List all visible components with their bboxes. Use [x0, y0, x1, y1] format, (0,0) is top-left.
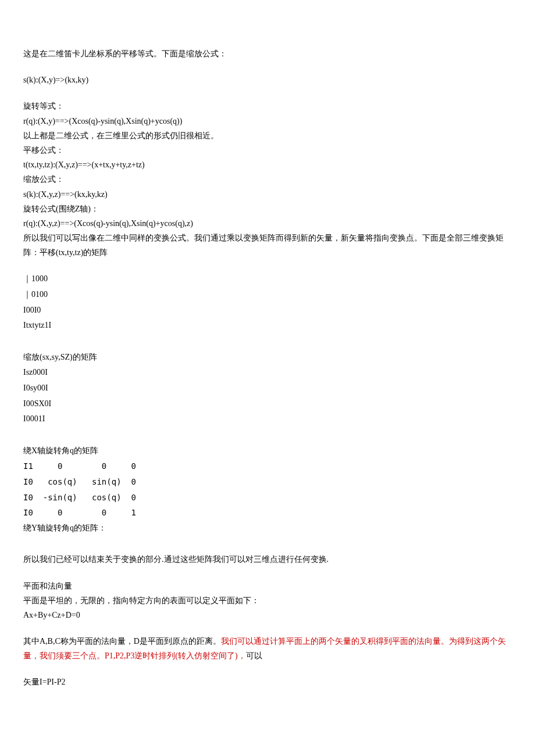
- matrix-row: I00I0: [23, 303, 512, 318]
- formula-vector-i: 矢量I=PI-P2: [23, 675, 512, 689]
- matrix-row: I00SX0I: [23, 396, 512, 412]
- formula-plane-equation: Ax+By+Cz+D=0: [23, 608, 512, 622]
- label-rotate-z: 旋转公式(围绕Z轴)：: [23, 202, 512, 216]
- matrix-row: ｜1000: [23, 271, 512, 287]
- matrix-row: I1 0 0 0: [23, 458, 512, 474]
- heading-plane-normal: 平面和法向量: [23, 579, 512, 593]
- matrix-row: I0sy00I: [23, 381, 512, 396]
- label-translate: 平移公式：: [23, 143, 512, 157]
- text-transform-conclusion: 所以我们已经可以结束关于变换的部分.通过这些矩阵我们可以对三维点进行任何变换.: [23, 552, 512, 567]
- matrix-row: Itxtytz1I: [23, 318, 512, 334]
- formula-rotation-2d: r(q):(X,y)==>(Xcos(q)-ysin(q),Xsin(q)+yc…: [23, 114, 512, 128]
- matrix-rotate-x-block: 绕X轴旋转角q的矩阵 I1 0 0 0 I0 cos(q) sin(q) 0 I…: [23, 443, 512, 536]
- matrix-row: I0 0 0 1: [23, 505, 512, 521]
- text-keyi: 可以: [246, 651, 262, 660]
- text-plane-definition: 平面是平坦的，无限的，指向特定方向的表面可以定义平面如下：: [23, 593, 512, 608]
- formula-rotate-z: r(q):(X,y,z)==>(Xcos(q)-ysin(q),Xsin(q)+…: [23, 216, 512, 231]
- matrix-row: I0 cos(q) sin(q) 0: [23, 474, 512, 490]
- matrix-scale-block: 缩放(sx,sy,SZ)的矩阵 Isz000I I0sy00I I00SX0I …: [23, 350, 512, 427]
- matrix-row: Isz000I: [23, 365, 512, 381]
- label-rotation: 旋转等式：: [23, 99, 512, 113]
- label-scale: 缩放公式：: [23, 172, 512, 187]
- formula-scale-2d: s(k):(X,y)=>(kx,ky): [23, 73, 512, 87]
- text-matrix-intro: 所以我们可以写出像在二维中同样的变换公式。我们通过乘以变换矩阵而得到新的矢量，新…: [23, 231, 512, 260]
- text-abc-normal: 其中A,B,C称为平面的法向量，D是平面到原点的距离。: [23, 637, 221, 646]
- label-scale-matrix: 缩放(sx,sy,SZ)的矩阵: [23, 350, 512, 366]
- paragraph-intro: 这是在二维笛卡儿坐标系的平移等式。下面是缩放公式：: [23, 46, 512, 61]
- matrix-row: I0001I: [23, 411, 512, 427]
- formula-translate-3d: t(tx,ty,tz):(X,y,z)==>(x+tx,y+ty,z+tz): [23, 157, 512, 172]
- formula-scale-3d: s(k):(X,y,z)==>(kx,ky,kz): [23, 187, 512, 202]
- matrix-row: ｜0100: [23, 287, 512, 303]
- matrix-row: I0 -sin(q) cos(q) 0: [23, 490, 512, 506]
- matrix-translate: ｜1000 ｜0100 I00I0 Itxtytz1I: [23, 271, 512, 333]
- label-rotate-y-matrix: 绕Y轴旋转角q的矩阵：: [23, 521, 512, 536]
- label-rotate-x-matrix: 绕X轴旋转角q的矩阵: [23, 443, 512, 459]
- text-normal-vector-explanation: 其中A,B,C称为平面的法向量，D是平面到原点的距离。我们可以通过计算平面上的两…: [23, 634, 512, 663]
- text-3d-note: 以上都是二维公式，在三维里公式的形式仍旧很相近。: [23, 128, 512, 143]
